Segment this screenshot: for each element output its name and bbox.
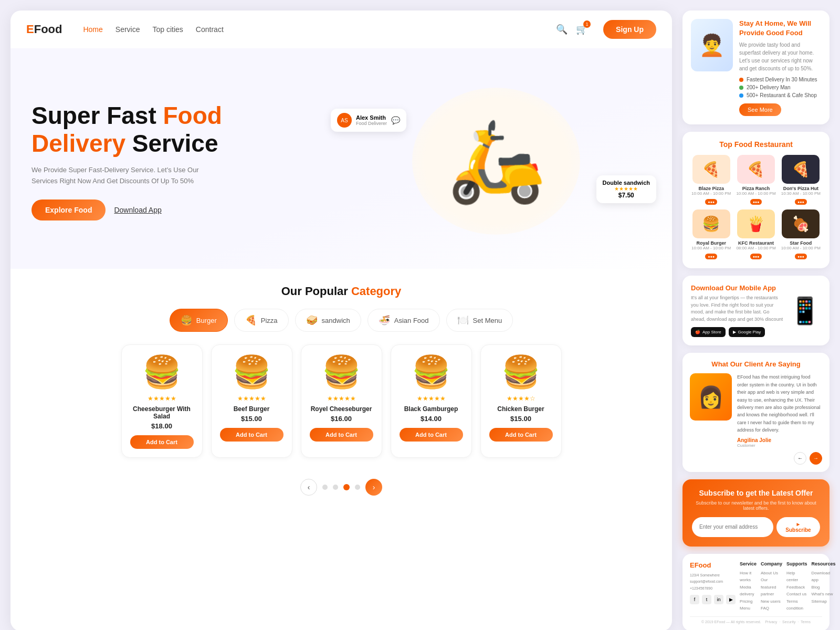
restaurant-3[interactable]: 🍕 Don's Pizza Hut 10:30 AM - 10:00 PM ●●… bbox=[781, 155, 821, 205]
logo-rest: Food bbox=[34, 23, 62, 36]
download-app-button[interactable]: Download App bbox=[114, 206, 161, 214]
app-download-card: Download Our Mobile App It's all at your… bbox=[682, 276, 830, 345]
testimonial-text: EFood has the most intriguing food order… bbox=[737, 373, 822, 447]
restaurants-card: Top Food Restaurant 🍕 Blaze Pizza 10:00 … bbox=[682, 132, 830, 268]
categories-section: Our Popular Category 🍔 Burger 🍕 Pizza 🥪 … bbox=[10, 269, 672, 468]
footer-supports-title: Supports bbox=[786, 561, 807, 566]
promo-card: 🧑‍🦱 Stay At Home, We Will Provide Good F… bbox=[682, 10, 830, 124]
add-to-cart-4[interactable]: Add to Cart bbox=[400, 428, 463, 442]
nav-top-cities[interactable]: Top cities bbox=[153, 25, 183, 34]
food-stars-1: ★★★★★ bbox=[130, 395, 194, 402]
footer-feedback[interactable]: Feedback bbox=[786, 584, 807, 591]
page-dot-3[interactable] bbox=[343, 484, 350, 490]
testimonial-prev-button[interactable]: ← bbox=[794, 452, 806, 465]
subscribe-title: Subscribe to get the Latest Offer bbox=[692, 489, 820, 497]
footer-supports-col: Supports Help center Feedback Contact us… bbox=[786, 561, 807, 613]
add-to-cart-1[interactable]: Add to Cart bbox=[130, 435, 194, 449]
cat-tab-set-menu[interactable]: 🍽️ Set Menu bbox=[446, 309, 513, 332]
restaurant-6[interactable]: 🍖 Star Food 10:00 AM - 10:00 PM ●●● bbox=[781, 209, 821, 260]
rest-hours-1: 10:00 AM - 10:00 PM bbox=[691, 191, 731, 196]
footer-partners[interactable]: Our featured partner bbox=[761, 576, 782, 598]
restaurant-1[interactable]: 🍕 Blaze Pizza 10:00 AM - 10:00 PM ●●● bbox=[691, 155, 731, 205]
feature-2: 200+ Delivery Man bbox=[739, 85, 821, 90]
testimonial-next-button[interactable]: → bbox=[810, 452, 822, 465]
testimonial-content: 👩 EFood has the most intriguing food ord… bbox=[690, 373, 822, 447]
restaurant-5[interactable]: 🍟 KFC Restaurant 08:00 AM - 10:00 PM ●●● bbox=[736, 209, 776, 260]
restaurant-2[interactable]: 🍕 Pizza Ranch 10:00 AM - 10:00 PM ●●● bbox=[736, 155, 776, 205]
footer-contact: 123/4 Somewhere support@efood.com +12345… bbox=[690, 572, 736, 592]
cat-tab-sandwich[interactable]: 🥪 sandwich bbox=[295, 309, 361, 332]
food-price-2: $15.00 bbox=[220, 415, 284, 423]
footer-blog[interactable]: Blog bbox=[812, 584, 836, 591]
footer-privacy-link[interactable]: Privacy bbox=[765, 620, 777, 624]
cat-tab-burger[interactable]: 🍔 Burger bbox=[170, 309, 228, 332]
footer-pricing[interactable]: Pricing bbox=[740, 598, 757, 605]
nav-contract[interactable]: Contract bbox=[196, 25, 224, 34]
footer-how-it-works[interactable]: How it works bbox=[740, 570, 757, 584]
instagram-icon[interactable]: in bbox=[714, 595, 723, 604]
rest-badge-4: ●●● bbox=[705, 254, 717, 259]
footer-whats-new[interactable]: What's new bbox=[812, 591, 836, 598]
footer-help-center[interactable]: Help center bbox=[786, 570, 807, 584]
cat-tab-pizza[interactable]: 🍕 Pizza bbox=[234, 309, 289, 332]
main-panel: EFood Home Service Top cities Contract 🔍… bbox=[10, 10, 672, 630]
next-page-button[interactable]: › bbox=[365, 479, 382, 496]
food-image-3: 🍔 bbox=[310, 353, 373, 391]
apple-store-button[interactable]: 🍎 App Store bbox=[691, 327, 726, 337]
logo-e: E bbox=[26, 23, 34, 36]
food-price-4: $14.00 bbox=[400, 415, 463, 423]
food-card-3: 🍔 ★★★★★ Royel Cheeseburger $16.00 Add to… bbox=[301, 344, 382, 458]
add-to-cart-5[interactable]: Add to Cart bbox=[489, 428, 553, 442]
twitter-icon[interactable]: t bbox=[702, 595, 711, 604]
subscribe-desc: Subscribe to our newsletter and be the f… bbox=[692, 500, 820, 511]
explore-food-button[interactable]: Explore Food bbox=[32, 200, 106, 220]
page-dot-1 bbox=[322, 485, 328, 490]
rest-img-2: 🍕 bbox=[737, 155, 775, 184]
footer-service-col: Service How it works Media delivery Pric… bbox=[740, 561, 757, 613]
footer-socials: f t in ▶ bbox=[690, 595, 736, 604]
footer-resources-title: Resources bbox=[812, 561, 836, 566]
search-icon[interactable]: 🔍 bbox=[556, 24, 568, 35]
footer-terms[interactable]: Terms condition bbox=[786, 598, 807, 612]
footer-media-delivery[interactable]: Media delivery bbox=[740, 584, 757, 598]
footer-security-link[interactable]: Security bbox=[782, 620, 795, 624]
food-image-4: 🍔 bbox=[400, 353, 463, 391]
cat-tab-asian[interactable]: 🍜 Asian Food bbox=[368, 309, 440, 332]
footer-terms-link[interactable]: Terms bbox=[801, 620, 811, 624]
food-image-2: 🍔 bbox=[220, 353, 284, 391]
app-text: Download Our Mobile App It's all at your… bbox=[691, 284, 783, 337]
rest-name-5: KFC Restaurant bbox=[736, 240, 776, 246]
logo[interactable]: EFood bbox=[26, 23, 62, 36]
footer-menu[interactable]: Menu bbox=[740, 605, 757, 612]
app-store-buttons: 🍎 App Store ▶ Google Play bbox=[691, 327, 783, 337]
promo-features: Fastest Delivery In 30 Minutes 200+ Deli… bbox=[739, 77, 821, 98]
footer-faq[interactable]: New users FAQ bbox=[761, 598, 782, 612]
nav-service[interactable]: Service bbox=[116, 25, 140, 34]
cart-icon[interactable]: 🛒 1 bbox=[576, 24, 587, 35]
footer-about-us[interactable]: About Us bbox=[761, 570, 782, 577]
restaurant-4[interactable]: 🍔 Royal Burger 10:00 AM - 10:00 PM ●●● bbox=[691, 209, 731, 260]
footer-download-app[interactable]: Download app bbox=[812, 570, 836, 584]
google-play-button[interactable]: ▶ Google Play bbox=[729, 327, 765, 337]
delivery-illustration: 🛵 bbox=[412, 88, 580, 235]
prev-page-button[interactable]: ‹ bbox=[300, 479, 317, 496]
email-input[interactable] bbox=[692, 517, 773, 537]
subscribe-button[interactable]: ► Subscribe bbox=[776, 517, 820, 537]
footer-contact-us[interactable]: Contact us bbox=[786, 591, 807, 598]
right-panel: 🧑‍🦱 Stay At Home, We Will Provide Good F… bbox=[682, 10, 830, 630]
see-more-button[interactable]: See More bbox=[739, 103, 781, 116]
hero-subtitle: We Provide Super Fast-Delivery Service. … bbox=[32, 165, 200, 187]
add-to-cart-3[interactable]: Add to Cart bbox=[310, 428, 373, 442]
signup-button[interactable]: Sign Up bbox=[603, 20, 656, 39]
footer-service-title: Service bbox=[740, 561, 757, 566]
add-to-cart-2[interactable]: Add to Cart bbox=[220, 428, 284, 442]
asian-food-icon: 🍜 bbox=[379, 314, 390, 326]
food-name-3: Royel Cheeseburger bbox=[310, 405, 373, 413]
footer-sitemap[interactable]: Sitemap bbox=[812, 598, 836, 605]
rest-badge-2: ●●● bbox=[750, 199, 762, 205]
nav-home[interactable]: Home bbox=[83, 25, 102, 34]
feature-3: 500+ Restaurant & Cafe Shop bbox=[739, 92, 821, 98]
youtube-icon[interactable]: ▶ bbox=[726, 595, 736, 604]
facebook-icon[interactable]: f bbox=[690, 595, 699, 604]
feature-1: Fastest Delivery In 30 Minutes bbox=[739, 77, 821, 82]
